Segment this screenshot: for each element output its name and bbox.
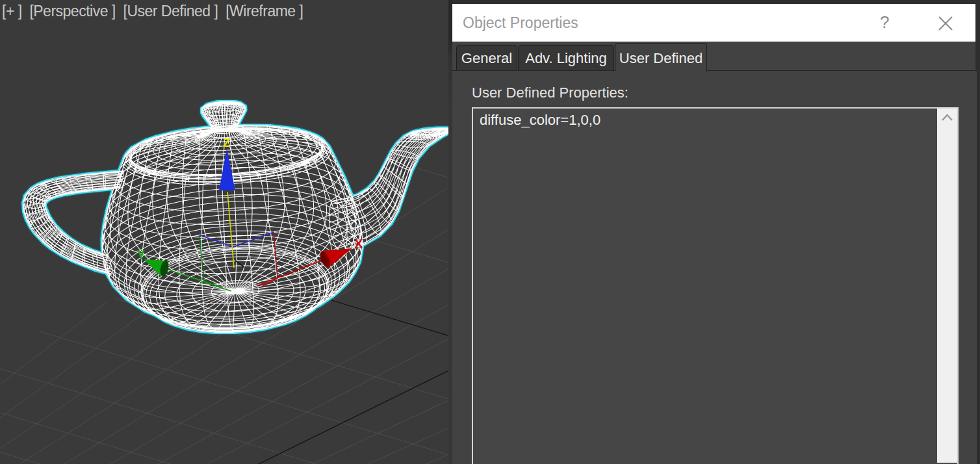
svg-text:Y: Y: [136, 248, 146, 262]
svg-text:Z: Z: [223, 136, 231, 149]
svg-text:X: X: [354, 237, 363, 251]
